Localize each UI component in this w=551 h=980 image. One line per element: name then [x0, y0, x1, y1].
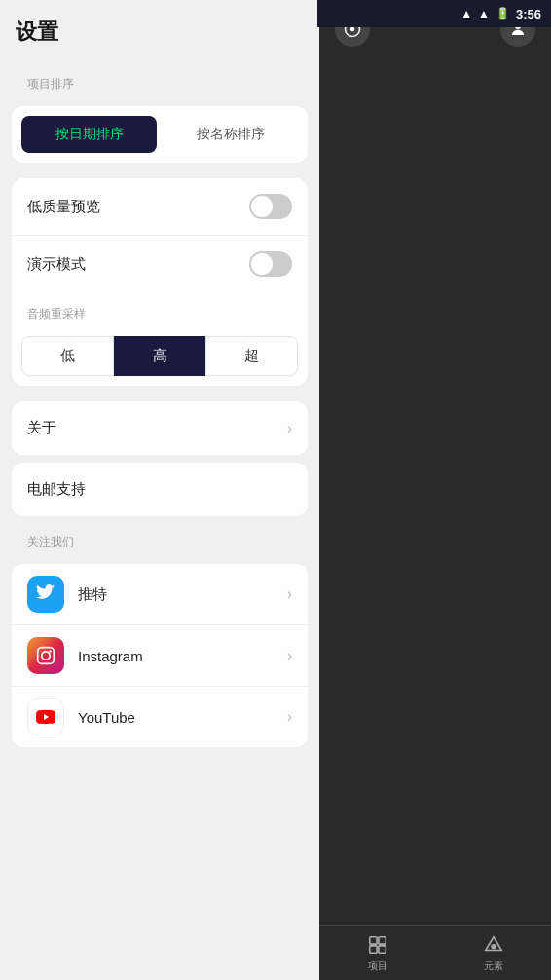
nav-projects-item[interactable]: 项目 [366, 933, 389, 973]
sort-by-name-button[interactable]: 按名称排序 [163, 116, 298, 153]
svg-point-12 [491, 944, 496, 950]
twitter-icon [27, 576, 64, 613]
bottom-nav: 项目 元素 [319, 925, 551, 980]
elements-nav-label: 元素 [484, 960, 503, 973]
demo-mode-row: 演示模式 [12, 235, 308, 292]
svg-point-5 [350, 27, 355, 32]
about-card: 关于 › [12, 401, 308, 455]
twitter-chevron-icon: › [287, 585, 292, 603]
projects-icon [366, 933, 389, 957]
svg-point-2 [49, 650, 52, 653]
resample-low-button[interactable]: 低 [21, 336, 114, 376]
sort-by-date-button[interactable]: 按日期排序 [21, 116, 157, 153]
instagram-chevron-icon: › [287, 647, 292, 664]
svg-rect-0 [38, 648, 55, 664]
resample-high-button[interactable]: 高 [114, 336, 206, 376]
email-support-item[interactable]: 电邮支持 [12, 463, 308, 516]
about-chevron-icon: › [287, 420, 292, 437]
status-time: 3:56 [516, 7, 541, 21]
low-quality-preview-toggle[interactable] [249, 194, 292, 219]
youtube-label: YouTube [78, 709, 135, 726]
svg-rect-10 [378, 946, 385, 953]
resample-buttons-container: 低 高 超 [12, 328, 308, 386]
right-panel: ▲ ▲ 🔋 3:56 [319, 0, 551, 980]
toggles-card: 低质量预览 演示模式 音频重采样 低 高 超 [12, 178, 308, 386]
sort-buttons-container: 按日期排序 按名称排序 [12, 106, 308, 163]
about-label: 关于 [27, 419, 56, 437]
follow-card: 推特 › Instagram › [12, 564, 308, 747]
low-quality-preview-row: 低质量预览 [12, 178, 308, 235]
svg-point-1 [42, 652, 50, 660]
youtube-item[interactable]: YouTube › [12, 686, 308, 747]
battery-icon: 🔋 [496, 7, 510, 20]
signal-icon: ▲ [478, 7, 490, 20]
settings-panel: 设置 项目排序 按日期排序 按名称排序 低质量预览 演示模式 音频重采样 低 高… [0, 0, 319, 980]
instagram-label: Instagram [78, 648, 143, 664]
demo-mode-label: 演示模式 [27, 255, 86, 274]
status-bar: ▲ ▲ 🔋 3:56 [317, 0, 551, 27]
resample-section-label: 音频重采样 [12, 296, 308, 328]
youtube-icon [27, 698, 64, 735]
page-title: 设置 [0, 0, 319, 58]
svg-rect-7 [369, 937, 376, 944]
instagram-item[interactable]: Instagram › [12, 624, 308, 686]
resample-ultra-button[interactable]: 超 [205, 336, 298, 376]
email-support-label: 电邮支持 [27, 480, 86, 499]
twitter-label: 推特 [78, 585, 107, 604]
email-card: 电邮支持 [12, 463, 308, 516]
follow-section-label: 关注我们 [12, 524, 308, 556]
sort-card: 按日期排序 按名称排序 [12, 106, 308, 163]
svg-rect-9 [369, 946, 376, 953]
instagram-icon [27, 637, 64, 674]
low-quality-preview-label: 低质量预览 [27, 198, 100, 216]
about-item[interactable]: 关于 › [12, 401, 308, 455]
youtube-chevron-icon: › [287, 708, 292, 726]
svg-rect-8 [378, 937, 385, 944]
sort-section-label: 项目排序 [12, 66, 308, 98]
wifi-icon: ▲ [460, 7, 472, 20]
twitter-item[interactable]: 推特 › [12, 564, 308, 624]
demo-mode-toggle[interactable] [249, 251, 292, 277]
projects-nav-label: 项目 [368, 960, 387, 973]
elements-icon [482, 933, 505, 957]
nav-elements-item[interactable]: 元素 [482, 933, 505, 973]
